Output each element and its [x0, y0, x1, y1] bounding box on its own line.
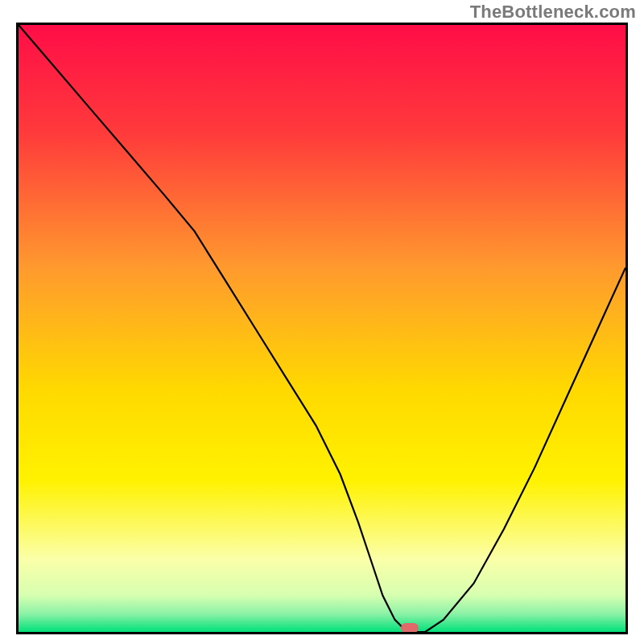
plot-area — [16, 23, 628, 634]
chart-curve-svg — [19, 25, 625, 632]
watermark-text: TheBottleneck.com — [470, 2, 636, 23]
bottleneck-curve-path — [19, 25, 625, 632]
min-point-marker — [401, 623, 419, 633]
